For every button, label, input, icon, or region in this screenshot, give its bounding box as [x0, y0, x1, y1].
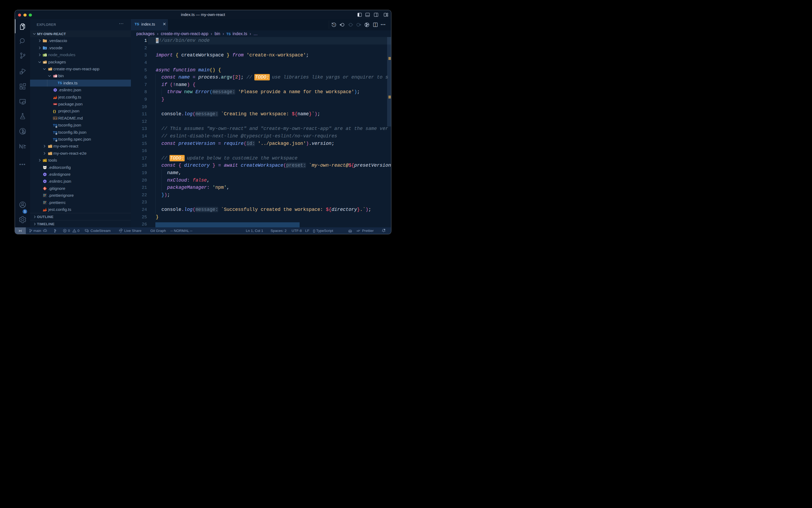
svg-text:npm: npm [54, 103, 57, 105]
svg-text:JS: JS [45, 54, 47, 56]
svg-text:10: 10 [56, 76, 57, 78]
